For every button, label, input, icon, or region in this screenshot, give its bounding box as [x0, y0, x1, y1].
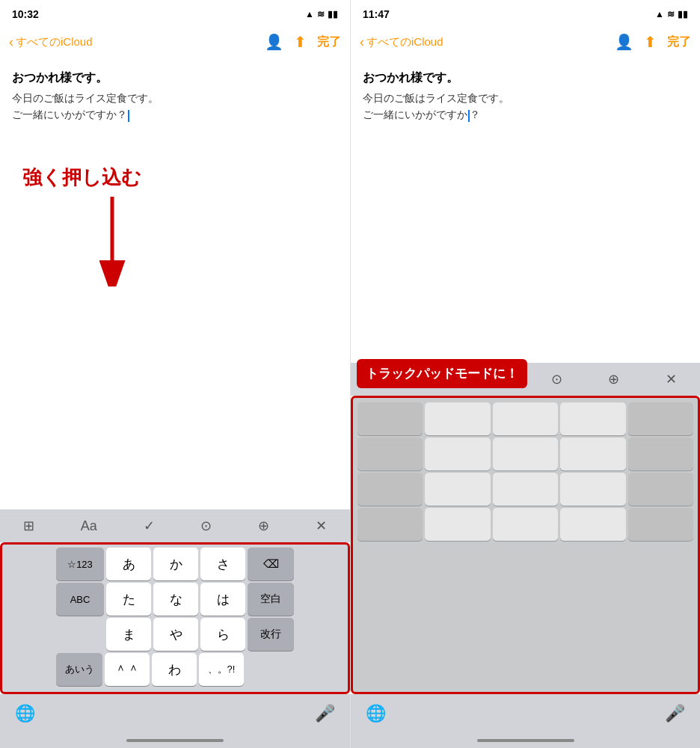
- person-icon[interactable]: 👤: [265, 33, 283, 51]
- checklist-icon[interactable]: ✓: [144, 518, 155, 534]
- right-signal-icon: ▲: [655, 9, 664, 19]
- left-keyboard-toolbar: ⊞ Aa ✓ ⊙ ⊕ ✕: [0, 509, 350, 542]
- right-back-button[interactable]: ‹ すべてのiCloud: [360, 34, 443, 50]
- left-arrow: [82, 197, 141, 286]
- trackpad-key-1-4: [560, 402, 625, 435]
- right-share-icon[interactable]: ⬆: [644, 33, 657, 51]
- right-chevron-left-icon: ‹: [360, 34, 364, 50]
- right-note-punct: ？: [470, 108, 480, 120]
- text-cursor: [128, 110, 129, 122]
- right-note-line1: 今日のご飯はライス定食です。: [363, 92, 509, 104]
- key-space[interactable]: 空白: [248, 583, 294, 616]
- trackpad-key-1-3: [493, 402, 558, 435]
- left-note-line2: ご一緒にいかがですか？: [12, 108, 127, 120]
- right-note-content: おつかれ様です。 今日のご飯はライス定食です。 ご一緒にいかがですか？: [351, 60, 700, 363]
- left-note-title: おつかれ様です。: [12, 69, 338, 87]
- trackpad-key-3-5: [628, 473, 693, 506]
- trackpad-key-3-2: [425, 473, 490, 506]
- left-nav-actions: 👤 ⬆ 完了: [265, 33, 341, 51]
- key-na[interactable]: な: [153, 583, 198, 616]
- chevron-left-icon: ‹: [9, 34, 13, 50]
- key-ra[interactable]: ら: [200, 618, 245, 651]
- trackpad-annotation: トラックパッドモードに！: [357, 359, 527, 388]
- right-back-label: すべてのiCloud: [366, 35, 443, 49]
- trackpad-key-2-1: [357, 438, 423, 470]
- left-back-button[interactable]: ‹ すべてのiCloud: [9, 34, 93, 50]
- table-icon[interactable]: ⊞: [23, 518, 34, 534]
- trackpad-key-3-3: [493, 473, 558, 506]
- right-person-icon[interactable]: 👤: [615, 33, 633, 51]
- key-abc[interactable]: ABC: [56, 583, 104, 616]
- keyboard-row-2: ABC た な は 空白: [5, 583, 345, 616]
- trackpad-annotation-text: トラックパッドモードに！: [366, 367, 518, 381]
- key-ta[interactable]: た: [106, 583, 151, 616]
- trackpad-key-4-5: [628, 508, 693, 541]
- right-wifi-icon: ≋: [667, 9, 675, 19]
- left-phone-panel: 10:32 ▲ ≋ ▮▮ ‹ すべてのiCloud 👤 ⬆ 完了 おつかれ様です…: [0, 0, 350, 748]
- trackpad-key-4-1: [357, 508, 423, 541]
- right-nav-bar: ‹ すべてのiCloud 👤 ⬆ 完了: [351, 27, 700, 60]
- keyboard-row-1: ☆123 あ か さ ⌫: [5, 548, 345, 580]
- trackpad-key-2-4: [560, 438, 625, 470]
- right-note-body: 今日のご飯はライス定食です。 ご一緒にいかがですか？: [363, 90, 688, 123]
- right-status-bar: 11:47 ▲ ≋ ▮▮: [351, 0, 700, 27]
- right-close-keyboard-icon[interactable]: ✕: [666, 371, 677, 387]
- trackpad-key-1-5: [628, 402, 693, 435]
- right-camera-icon[interactable]: ⊙: [551, 371, 562, 387]
- trackpad-key-2-2: [425, 438, 490, 470]
- right-mic-icon[interactable]: 🎤: [665, 704, 685, 723]
- key-sa[interactable]: さ: [200, 548, 245, 580]
- left-keyboard: ☆123 あ か さ ⌫ ABC た な は 空白 ま や ら 改行 あいう ＾…: [0, 542, 350, 694]
- right-bottom-bar: 🌐 🎤: [351, 694, 700, 733]
- key-delete[interactable]: ⌫: [248, 548, 294, 580]
- key-aiueo[interactable]: あいう: [56, 653, 102, 686]
- trackpad-row-1: [357, 402, 693, 435]
- wifi-icon: ≋: [317, 9, 325, 19]
- trackpad-key-2-5: [628, 438, 693, 470]
- key-punct[interactable]: 、。?!: [199, 653, 244, 686]
- right-globe-icon[interactable]: 🌐: [366, 704, 386, 723]
- signal-icon: ▲: [305, 9, 314, 19]
- font-icon[interactable]: Aa: [81, 518, 97, 534]
- globe-icon[interactable]: 🌐: [15, 704, 35, 723]
- close-keyboard-icon[interactable]: ✕: [316, 518, 327, 534]
- attachment-icon[interactable]: ⊕: [258, 518, 269, 534]
- trackpad-key-1-2: [425, 402, 490, 435]
- right-battery-icon: ▮▮: [678, 9, 688, 19]
- trackpad-row-2: [357, 438, 693, 470]
- trackpad-key-3-4: [560, 473, 625, 506]
- trackpad-key-4-4: [560, 508, 625, 541]
- right-done-button[interactable]: 完了: [667, 34, 691, 50]
- left-time: 10:32: [12, 8, 39, 20]
- key-123[interactable]: ☆123: [56, 548, 104, 580]
- key-ka[interactable]: か: [153, 548, 198, 580]
- key-ma[interactable]: ま: [106, 618, 151, 651]
- keyboard-row-3: ま や ら 改行: [5, 618, 345, 651]
- mic-icon[interactable]: 🎤: [315, 704, 335, 723]
- key-enter[interactable]: 改行: [248, 618, 294, 651]
- share-icon[interactable]: ⬆: [294, 33, 307, 51]
- key-a[interactable]: あ: [106, 548, 151, 580]
- right-trackpad-area[interactable]: [351, 396, 700, 694]
- right-attachment-icon[interactable]: ⊕: [608, 371, 619, 387]
- key-caret[interactable]: ＾＾: [105, 653, 150, 686]
- key-ha[interactable]: は: [200, 583, 245, 616]
- left-back-label: すべてのiCloud: [16, 35, 93, 49]
- trackpad-key-1-1: [357, 402, 423, 435]
- right-note-title: おつかれ様です。: [363, 69, 688, 87]
- keyboard-row-4: あいう ＾＾ わ 、。?!: [5, 653, 345, 686]
- trackpad-key-3-1: [357, 473, 423, 506]
- key-wa[interactable]: わ: [152, 653, 197, 686]
- trackpad-key-4-2: [425, 508, 490, 541]
- right-nav-actions: 👤 ⬆ 完了: [615, 33, 691, 51]
- left-annotation-text: 強く押し込む: [22, 165, 141, 191]
- left-home-indicator: [0, 733, 350, 748]
- key-ya[interactable]: や: [153, 618, 198, 651]
- left-home-bar: [126, 739, 224, 742]
- right-home-bar: [477, 739, 574, 742]
- camera-icon[interactable]: ⊙: [200, 518, 212, 534]
- left-note-body: 今日のご飯はライス定食です。 ご一緒にいかがですか？: [12, 90, 338, 123]
- left-done-button[interactable]: 完了: [317, 34, 341, 50]
- left-note-line1: 今日のご飯はライス定食です。: [12, 92, 159, 104]
- right-note-line2: ご一緒にいかがですか: [363, 108, 467, 120]
